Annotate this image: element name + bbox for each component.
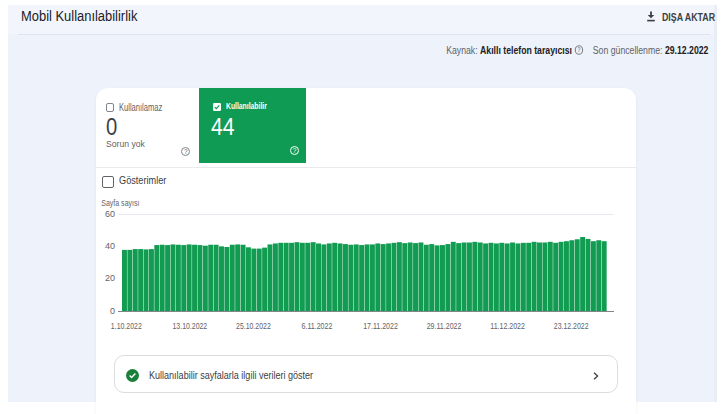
svg-text:1.10.2022: 1.10.2022 xyxy=(111,321,142,331)
svg-text:60: 60 xyxy=(105,209,115,219)
svg-text:0: 0 xyxy=(110,306,115,316)
svg-text:29.11.2022: 29.11.2022 xyxy=(427,321,462,331)
svg-text:Sayfa sayısı: Sayfa sayısı xyxy=(101,198,139,208)
svg-text:20: 20 xyxy=(105,273,115,283)
svg-text:40: 40 xyxy=(105,241,115,251)
svg-text:17.11.2022: 17.11.2022 xyxy=(363,321,398,331)
svg-text:23.12.2022: 23.12.2022 xyxy=(554,321,589,331)
svg-text:6.11.2022: 6.11.2022 xyxy=(302,321,333,331)
svg-text:?: ? xyxy=(577,46,581,53)
svg-text:11.12.2022: 11.12.2022 xyxy=(490,321,525,331)
svg-text:25.10.2022: 25.10.2022 xyxy=(236,321,271,331)
svg-text:13.10.2022: 13.10.2022 xyxy=(173,321,208,331)
